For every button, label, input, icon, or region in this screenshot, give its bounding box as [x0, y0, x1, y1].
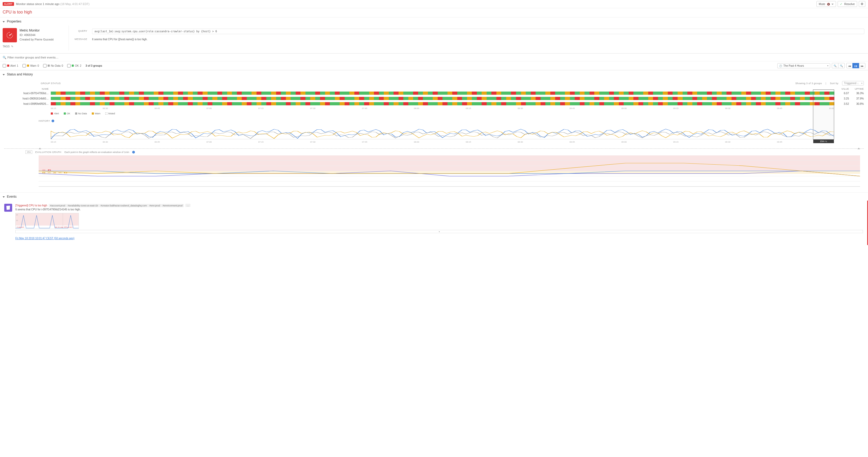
event-mini-chart[interactable]: > 6 percent last 1m avg: 6.50 percent 20… [16, 213, 79, 229]
svg-text:20: 20 [16, 214, 18, 216]
event-title[interactable]: [Triggered] CPU is too high [16, 204, 47, 207]
group-uptime: 36.3% [849, 92, 864, 95]
evaluation-chart[interactable]: > 6 5 < x < 6 121086420 09:4809:4909:500… [39, 155, 860, 187]
evaluation-note: Each point in the graph reflects an eval… [65, 151, 129, 153]
event-tag[interactable]: #env:prod [148, 204, 161, 207]
timerange-reset-button[interactable] [832, 63, 838, 68]
svg-rect-39 [16, 213, 79, 225]
caret-down-icon [3, 20, 5, 23]
group-summary: 3 of 3 groups [86, 64, 102, 67]
group-name: host:i-097f147956d… [4, 92, 51, 95]
timerange-zoom-button[interactable] [838, 63, 845, 68]
gear-icon [861, 2, 864, 6]
history-chart[interactable]: 20 10 0 15m ⇋ [51, 124, 834, 140]
message-label: MESSAGE [72, 37, 87, 40]
mute-icon [826, 2, 830, 5]
info-icon[interactable]: i [132, 151, 135, 153]
group-value: 3.52 [834, 102, 849, 105]
svg-rect-5 [39, 155, 860, 171]
col-value: VALUE [834, 88, 849, 90]
section-status-history-header[interactable]: Status and History [0, 70, 868, 78]
datadog-avatar-icon [4, 204, 12, 212]
filter-ok[interactable]: OK 2 [67, 64, 81, 67]
svg-text:last 1m avg: 6.50 percent: last 1m avg: 6.50 percent [55, 226, 73, 228]
alert-badge: ALERT [3, 2, 14, 6]
play-back-button[interactable] [846, 63, 852, 68]
info-icon[interactable]: i [52, 120, 54, 122]
status-bar [51, 102, 834, 105]
resolve-button[interactable]: Resolve [838, 1, 857, 7]
event-timestamp-link[interactable]: Fri May 18 2018 10:01:47 CEST (50 second… [16, 237, 74, 240]
tags-label: TAGS [3, 45, 9, 48]
event-more-tags[interactable]: … [185, 204, 190, 207]
group-uptime: 37.9% [849, 97, 864, 100]
filter-alert[interactable]: Alert 1 [3, 64, 18, 67]
timerange-select[interactable]: The Past 4 Hours ▾ [777, 63, 830, 68]
event-tag[interactable]: #availability-zone:us-east-1b [66, 204, 99, 207]
properties-body: Metric Monitor ID: 4968344 Created by Pi… [0, 25, 868, 54]
filter-warn[interactable]: Warn 0 [23, 64, 39, 67]
filter-nodata[interactable]: No Data 0 [43, 64, 63, 67]
search-icon: 🔍 [3, 56, 6, 59]
settings-button[interactable] [859, 1, 865, 7]
group-value: 6.07 [834, 92, 849, 95]
page-title: CPU is too high [0, 8, 868, 17]
status-counts-bar: Alert 1 Warn 0 No Data 0 OK 2 3 of 3 gro… [0, 61, 868, 70]
query-text: avg(last_1m):avg:system.cpu.user{role:ca… [92, 29, 864, 34]
mute-button[interactable]: Mute [816, 1, 836, 7]
svg-text:> 6 percent: > 6 percent [16, 226, 24, 228]
search-icon [840, 64, 843, 67]
top-bar: ALERT Monitor status since 1 minute ago … [0, 0, 868, 8]
section-events-header[interactable]: Events [0, 192, 868, 201]
pause-button[interactable] [852, 63, 859, 68]
group-row[interactable]: host:i-099f5fe6f926…3.5230.8% [4, 101, 864, 106]
play-fwd-button[interactable] [859, 63, 865, 68]
col-uptime: UPTIME [849, 88, 864, 90]
monitor-creator: Created by Pierre Guceski [20, 37, 54, 42]
svg-text:> 6: > 6 [42, 169, 51, 171]
col-name: NAME [4, 88, 51, 90]
edit-tags-icon[interactable]: ✎ [11, 45, 13, 48]
svg-text:10: 10 [16, 220, 18, 221]
brush-handle[interactable]: 15m ⇋ [813, 140, 834, 143]
rewind-icon [848, 64, 851, 67]
chevron-down-icon: ▾ [827, 65, 828, 67]
clock-icon [834, 64, 837, 67]
event-tag[interactable]: #account:prod [49, 204, 66, 207]
status-bar [51, 92, 834, 95]
status-legend: Alert OK No Data Warn Muted [51, 112, 864, 115]
monitor-status-text: Monitor status since 1 minute ago (18 Ma… [16, 2, 90, 5]
group-name: host:i-099f5fe6f926… [4, 102, 51, 105]
group-showing: Showing 3 of 3 groups [795, 82, 822, 85]
pause-icon [854, 64, 858, 67]
evaluation-label: EVALUATION GRAPH [35, 151, 61, 153]
time-brush[interactable]: 15m ⇋ [813, 89, 834, 140]
message-text: It seems that CPU for {{host.name}} is t… [92, 37, 148, 41]
event-message: It seems that CPU for i-097f147956d21414… [16, 208, 863, 211]
query-label: QUERY [72, 29, 87, 32]
caret-down-icon [3, 195, 5, 199]
gauge-icon [3, 28, 17, 42]
forward-icon [861, 64, 864, 67]
event-tag[interactable]: #creator:balthazar.rouberol_datadoghq.co… [99, 204, 148, 207]
event-tag[interactable]: #environment:prod [161, 204, 184, 207]
group-uptime: 30.8% [849, 102, 864, 105]
section-properties-header[interactable]: Properties [0, 17, 868, 25]
history-label: HISTORY [39, 120, 50, 122]
chevron-down-icon [831, 2, 834, 5]
group-row[interactable]: host:i-097f147956d…6.0736.3% [4, 91, 864, 95]
filter-input[interactable] [0, 54, 868, 61]
event-expand[interactable]: ▾ [16, 230, 863, 233]
clock-icon [779, 64, 782, 67]
svg-point-0 [9, 35, 10, 36]
eval-window-badge: 15m [25, 150, 32, 154]
status-bar [51, 97, 834, 100]
sort-label: Sort by [830, 82, 838, 85]
monitor-type: Metric Monitor [20, 28, 54, 33]
check-icon [840, 2, 843, 6]
sort-select[interactable]: Triggered ↓▾ [842, 81, 864, 86]
group-status-heading: GROUP STATUS [41, 82, 61, 85]
event-item: [Triggered] CPU is too high #account:pro… [4, 204, 863, 240]
group-value: 3.25 [834, 97, 849, 100]
group-row[interactable]: host:i-09091614b60…3.2537.9% [4, 96, 864, 101]
